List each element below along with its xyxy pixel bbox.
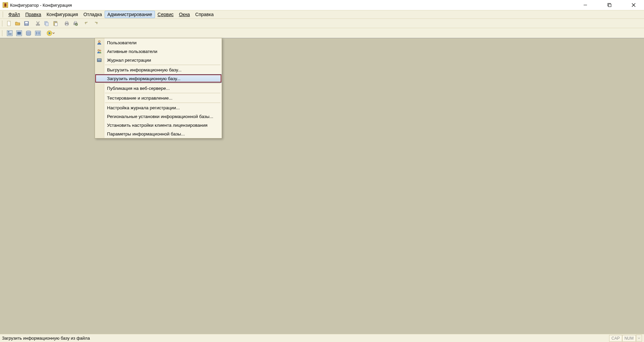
dd-load-ib[interactable]: Загрузить информационную базу... xyxy=(95,74,222,83)
dd-event-log[interactable]: Журнал регистрации xyxy=(95,56,222,64)
svg-rect-2 xyxy=(608,4,611,7)
statusbar: Загрузить информационную базу из файла C… xyxy=(0,334,644,342)
close-button[interactable] xyxy=(626,0,641,10)
compare-button[interactable] xyxy=(34,30,42,37)
dd-publish-web[interactable]: Публикация на веб-сервере... xyxy=(95,84,222,93)
dd-users[interactable]: Пользователи xyxy=(95,38,222,47)
open-button[interactable] xyxy=(14,20,22,27)
users-icon xyxy=(96,48,102,54)
new-button[interactable] xyxy=(5,20,13,27)
svg-rect-31 xyxy=(38,32,40,35)
maximize-button[interactable] xyxy=(602,0,617,10)
copy-button[interactable] xyxy=(43,20,51,27)
svg-point-34 xyxy=(98,50,100,51)
svg-rect-20 xyxy=(74,21,76,23)
menubar-grip xyxy=(3,11,4,17)
menu-configuration[interactable]: Конфигурация xyxy=(44,11,81,18)
dd-active-users[interactable]: Активные пользователи xyxy=(95,47,222,56)
window-title: Конфигуратор - Конфигурация xyxy=(10,3,72,8)
svg-rect-23 xyxy=(8,31,9,32)
svg-rect-25 xyxy=(8,34,11,35)
menu-help[interactable]: Справка xyxy=(193,11,216,18)
save-button[interactable] xyxy=(22,20,31,27)
svg-rect-30 xyxy=(36,32,38,35)
db-config-button[interactable] xyxy=(15,30,23,37)
svg-rect-37 xyxy=(98,59,101,60)
dd-divider xyxy=(105,93,220,93)
dd-regional-settings[interactable]: Региональные установки информационной ба… xyxy=(95,112,222,121)
svg-rect-14 xyxy=(54,21,56,22)
print-preview-button[interactable] xyxy=(71,20,79,27)
administration-dropdown: Пользователи Активные пользователи Журна… xyxy=(95,38,222,138)
paste-button[interactable] xyxy=(51,20,59,27)
menu-file[interactable]: Файл xyxy=(6,11,22,18)
menubar: Файл Правка Конфигурация Отладка Админис… xyxy=(0,10,644,19)
num-indicator: NUM xyxy=(622,335,636,342)
log-icon xyxy=(96,57,102,63)
dd-divider xyxy=(105,65,220,65)
svg-rect-27 xyxy=(17,32,21,35)
svg-rect-8 xyxy=(25,24,28,25)
status-menu-button[interactable] xyxy=(636,335,642,342)
status-text: Загрузить информационную базу из файла xyxy=(2,336,90,341)
dropdown-arrow-icon xyxy=(52,32,55,34)
minimize-button[interactable] xyxy=(578,0,593,10)
dd-dump-ib[interactable]: Выгрузить информационную базу... xyxy=(95,65,222,74)
cut-button[interactable] xyxy=(34,20,42,27)
redo-button[interactable] xyxy=(92,20,100,27)
svg-rect-38 xyxy=(98,60,101,60)
svg-point-10 xyxy=(38,24,40,25)
dd-divider xyxy=(105,83,220,83)
svg-rect-17 xyxy=(66,21,68,23)
toolbar2-grip xyxy=(2,30,4,36)
dd-ib-params[interactable]: Параметры информационной базы... xyxy=(95,129,222,138)
toolbar-secondary xyxy=(0,28,644,38)
svg-rect-12 xyxy=(46,22,48,26)
dd-divider xyxy=(105,103,220,103)
svg-rect-7 xyxy=(25,22,28,23)
dd-log-settings[interactable]: Настройка журнала регистрации... xyxy=(95,103,222,112)
svg-point-33 xyxy=(98,41,100,43)
menu-edit[interactable]: Правка xyxy=(22,11,44,18)
menu-service[interactable]: Сервис xyxy=(155,11,176,18)
svg-rect-15 xyxy=(55,23,57,26)
toolbar-main xyxy=(0,19,644,28)
svg-rect-24 xyxy=(8,33,11,34)
menu-windows[interactable]: Окна xyxy=(176,11,193,18)
svg-rect-18 xyxy=(66,24,68,25)
cap-indicator: CAP xyxy=(609,335,622,342)
toolbar-grip xyxy=(2,20,4,26)
titlebar: Конфигуратор - Конфигурация xyxy=(0,0,644,10)
print-button[interactable] xyxy=(63,20,71,27)
update-db-button[interactable] xyxy=(24,30,33,37)
start-debug-button[interactable] xyxy=(47,30,55,37)
app-icon xyxy=(3,2,8,8)
svg-rect-39 xyxy=(98,61,101,61)
menu-administration[interactable]: Администрирование xyxy=(105,11,155,18)
config-tree-button[interactable] xyxy=(6,30,14,37)
dd-license-client[interactable]: Установить настройки клиента лицензирова… xyxy=(95,121,222,129)
svg-point-9 xyxy=(36,24,38,25)
dd-test-repair[interactable]: Тестирование и исправление... xyxy=(95,94,222,102)
menu-debug[interactable]: Отладка xyxy=(81,11,105,18)
undo-button[interactable] xyxy=(83,20,91,27)
user-icon xyxy=(96,40,102,46)
svg-point-35 xyxy=(100,50,101,51)
window-controls xyxy=(578,0,641,10)
content-area: Пользователи Активные пользователи Журна… xyxy=(0,38,644,334)
